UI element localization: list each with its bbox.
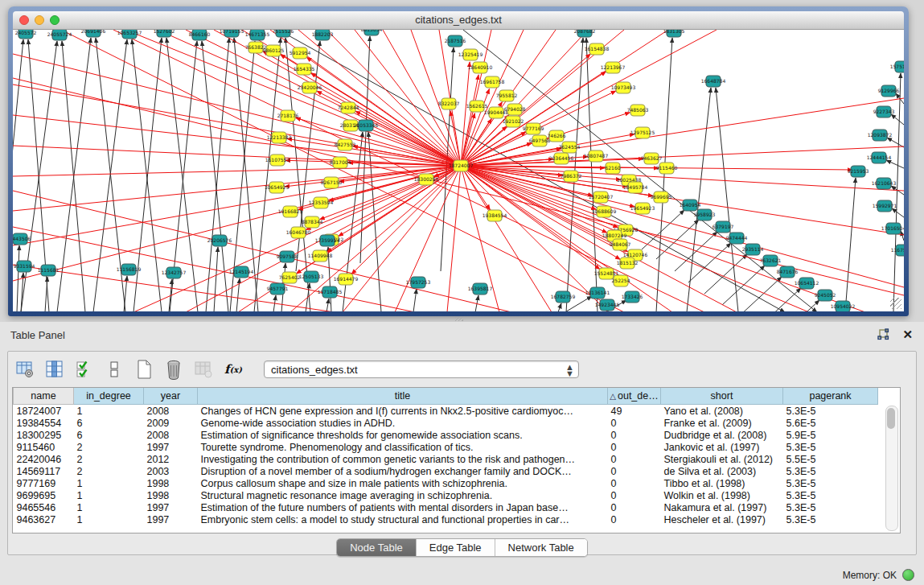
split-pane-grip[interactable] — [455, 317, 463, 321]
graph-node[interactable]: 14671355 — [245, 30, 270, 40]
graph-node[interactable]: 2187516 — [445, 35, 466, 47]
graph-node[interactable]: 17016504 — [881, 223, 904, 234]
column-header-in_degree[interactable]: in_degree — [74, 388, 144, 405]
table-row[interactable]: 1872400712008Changes of HCN gene express… — [14, 405, 878, 418]
graph-node[interactable]: 14923445 — [595, 299, 620, 311]
graph-node[interactable]: 2935114 — [742, 244, 764, 255]
graph-node[interactable]: 10719155 — [220, 30, 244, 37]
network-window[interactable]: citations_edges.txt 18724007183002951938… — [8, 6, 909, 316]
graph-node[interactable]: 18640910 — [468, 62, 493, 73]
table-row[interactable]: 946362711997Embryonic stem cells: a mode… — [14, 513, 878, 525]
table-row[interactable]: 1456911722003Disruption of a novel membe… — [14, 465, 878, 477]
network-canvas[interactable]: 1872400718300295193845547663822986012559… — [13, 30, 904, 311]
graph-node[interactable]: 8322037 — [438, 98, 460, 109]
graph-node[interactable]: 16154838 — [585, 43, 610, 55]
graph-node[interactable]: 8267150 — [321, 177, 343, 188]
tab-network-table[interactable]: Network Table — [495, 539, 587, 556]
graph-node[interactable]: 9215953 — [848, 166, 869, 177]
graph-node[interactable]: 20206576 — [207, 235, 232, 246]
graph-node[interactable]: 12353594 — [309, 197, 334, 208]
graph-node[interactable]: 1815132 — [617, 257, 639, 269]
graph-node[interactable]: 20691406 — [81, 30, 106, 37]
graph-node[interactable]: 2718176 — [277, 110, 299, 122]
graph-node[interactable]: 12342757 — [162, 267, 187, 278]
graph-node[interactable]: 16961758 — [480, 76, 505, 88]
graph-node[interactable]: 10654112 — [795, 278, 819, 289]
graph-node[interactable]: 1882203 — [312, 30, 334, 40]
window-titlebar[interactable]: citations_edges.txt — [13, 11, 904, 30]
column-header-name[interactable]: name — [14, 388, 74, 405]
graph-node[interactable]: 16210643 — [872, 178, 897, 189]
graph-node[interactable]: 9097588 — [277, 251, 298, 262]
table-scrollbar-thumb[interactable] — [887, 408, 895, 429]
function-builder-icon[interactable]: f(x) — [223, 359, 244, 380]
table-row[interactable]: 1938455462009Genome-wide association stu… — [14, 417, 878, 429]
graph-node[interactable]: 7485063 — [627, 105, 649, 116]
delete-table-icon[interactable] — [163, 359, 184, 380]
graph-node[interactable]: 2087682 — [574, 30, 596, 37]
graph-node[interactable]: 1115681 — [38, 265, 60, 276]
graph-node[interactable]: 9129966 — [878, 85, 900, 97]
graph-node[interactable]: 62160 — [605, 163, 620, 174]
graph-node[interactable]: 1921022 — [503, 116, 524, 127]
graph-node[interactable]: 16914479 — [334, 274, 359, 285]
graph-node[interactable]: 9699695 — [651, 192, 672, 203]
graph-node[interactable]: 19384554 — [483, 210, 507, 221]
graph-node[interactable]: 16046780 — [286, 227, 311, 238]
graph-node[interactable]: 9245052 — [815, 290, 836, 301]
graph-node[interactable]: 9457791 — [267, 283, 289, 295]
graph-node[interactable]: 1831305 — [663, 30, 685, 37]
tab-node-table[interactable]: Node Table — [337, 539, 416, 556]
graph-node[interactable]: 19654923 — [630, 203, 655, 214]
close-panel-icon[interactable]: ✕ — [902, 328, 913, 342]
graph-node[interactable]: 16107553 — [265, 154, 290, 166]
graph-node[interactable]: 3624554 — [559, 142, 581, 153]
graph-node[interactable]: 8878344 — [302, 216, 323, 228]
table-row[interactable]: 977716911998Corpus callosum shape and si… — [14, 477, 878, 489]
column-header-year[interactable]: year — [144, 388, 198, 405]
float-panel-icon[interactable] — [877, 328, 890, 342]
table-row[interactable]: 2242004622012Investigating the contribut… — [14, 453, 878, 465]
new-table-icon[interactable] — [133, 359, 154, 380]
select-rows-icon[interactable] — [74, 359, 95, 380]
graph-node[interactable]: 18136141 — [585, 287, 610, 299]
graph-node[interactable]: 8466160 — [189, 30, 211, 40]
table-scrollbar[interactable] — [885, 406, 898, 531]
table-source-select[interactable]: citations_edges.txt ▲▼ — [264, 360, 579, 378]
graph-node[interactable]: 9463627 — [641, 153, 663, 164]
graph-node[interactable]: 9115460 — [656, 163, 678, 174]
graph-node[interactable]: 7625402 — [279, 272, 301, 283]
graph-node[interactable]: 15751074 — [890, 61, 904, 72]
column-header-out_de[interactable]: △out_de… — [608, 388, 661, 405]
graph-node[interactable]: 16648784 — [701, 76, 726, 87]
graph-node[interactable]: 7515526 — [273, 30, 294, 37]
graph-node[interactable]: 252254 — [612, 275, 630, 286]
graph-node[interactable]: 9484067 — [610, 239, 631, 250]
graph-node[interactable]: 8317004 — [330, 157, 351, 168]
graph-node[interactable]: 8813054 — [361, 30, 383, 35]
manage-table-icon[interactable] — [14, 359, 35, 380]
graph-node[interactable]: 19166825 — [278, 206, 303, 217]
graph-node[interactable]: 12325419 — [458, 49, 483, 60]
graph-node[interactable]: 16782759 — [551, 291, 576, 303]
graph-node[interactable]: 9331594 — [14, 261, 35, 272]
cell-view-icon[interactable] — [104, 359, 125, 380]
graph-node[interactable]: 24055724 — [47, 30, 72, 40]
graph-node[interactable]: 17957253 — [406, 277, 431, 288]
table-row[interactable]: 1830029562008Estimation of significance … — [14, 429, 878, 441]
window-resize-grip[interactable] — [890, 298, 901, 309]
column-header-title[interactable]: title — [198, 388, 608, 405]
graph-node[interactable]: 7955812 — [496, 90, 518, 101]
node-table-grid[interactable]: namein_degreeyeartitle△out_de…shortpager… — [12, 387, 901, 534]
graph-node[interactable]: 746266 — [548, 130, 566, 142]
graph-node[interactable]: 10654925 — [265, 182, 290, 193]
graph-node[interactable]: 9777169 — [523, 123, 544, 134]
graph-node[interactable]: 10653257 — [117, 30, 142, 39]
graph-node[interactable]: 12093872 — [868, 130, 893, 141]
graph-node[interactable]: 16395817 — [468, 283, 493, 295]
graph-node[interactable]: 10688609 — [592, 206, 617, 217]
column-header-short[interactable]: short — [661, 388, 783, 405]
graph-node[interactable]: 2405572 — [15, 30, 37, 39]
tab-edge-table[interactable]: Edge Table — [416, 539, 495, 556]
graph-node[interactable]: 8471676 — [777, 266, 799, 278]
